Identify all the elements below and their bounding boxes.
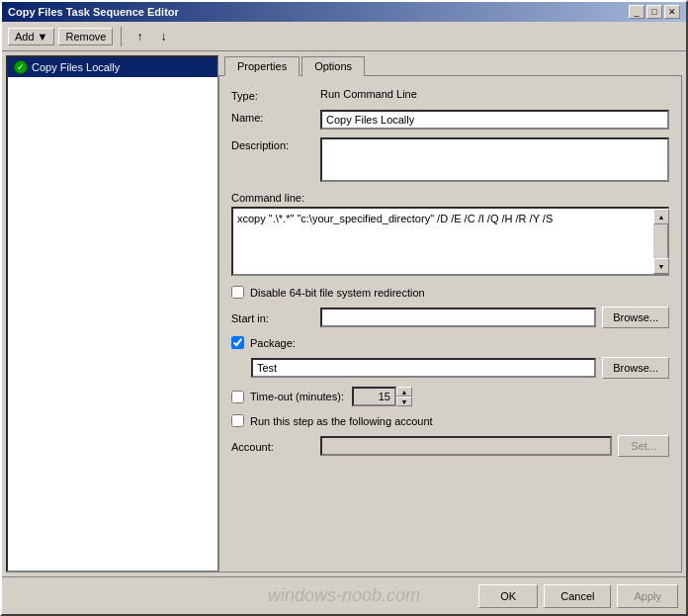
type-row: Type: Run Command Line (231, 88, 669, 102)
check-circle-icon: ✓ (14, 60, 28, 74)
package-input-row: Browse... (231, 357, 669, 379)
bottom-bar: windows-noob.com OK Cancel Apply (2, 576, 686, 614)
package-checkbox[interactable] (231, 336, 244, 349)
sidebar-item-copy-files[interactable]: ✓ Copy Files Locally (8, 57, 217, 77)
run-as-checkbox[interactable] (231, 414, 244, 427)
sidebar-item-label: Copy Files Locally (32, 61, 120, 73)
account-row: Account: Set... (231, 435, 669, 457)
tab-options[interactable]: Options (301, 56, 365, 76)
minimize-button[interactable]: _ (629, 5, 645, 19)
disable-64bit-label: Disable 64-bit file system redirection (250, 287, 425, 299)
window-title: Copy Files Task Sequence Editor (8, 6, 179, 18)
name-field-wrapper (320, 110, 669, 130)
start-in-input[interactable] (320, 308, 596, 327)
up-icon-button[interactable]: ↑ (129, 27, 149, 46)
account-label: Account: (231, 439, 320, 453)
right-panel: Properties Options Type: Run Command Lin… (218, 51, 686, 576)
timeout-checkbox[interactable] (231, 391, 244, 403)
start-in-label: Start in: (231, 310, 320, 324)
add-button[interactable]: Add ▼ (8, 28, 54, 45)
description-row: Description: (231, 137, 669, 184)
description-label: Description: (231, 137, 320, 151)
package-row: Package: Browse... (231, 336, 669, 379)
run-as-label: Run this step as the following account (250, 415, 433, 427)
toolbar: Add ▼ Remove ↑ ↓ (2, 22, 686, 51)
spin-down-btn[interactable]: ▼ (396, 396, 412, 406)
apply-button[interactable]: Apply (617, 584, 678, 608)
browse-button-2[interactable]: Browse... (602, 357, 669, 379)
command-scrollbar: ▲ ▼ (653, 207, 669, 276)
remove-button[interactable]: Remove (58, 28, 113, 45)
ok-button[interactable]: OK (478, 584, 538, 608)
dropdown-arrow-icon: ▼ (38, 31, 48, 43)
main-window: Copy Files Task Sequence Editor _ □ ✕ Ad… (0, 0, 688, 616)
disable-64bit-checkbox[interactable] (231, 286, 244, 299)
tab-properties[interactable]: Properties (224, 56, 300, 76)
title-bar-buttons: _ □ ✕ (629, 5, 680, 19)
disable-64bit-row: Disable 64-bit file system redirection (231, 286, 669, 299)
description-field-wrapper (320, 137, 669, 184)
timeout-spinner: ▲ ▼ (396, 387, 412, 406)
command-line-label: Command line: (231, 192, 669, 204)
browse-button-1[interactable]: Browse... (602, 307, 669, 328)
spin-up-btn[interactable]: ▲ (396, 387, 412, 396)
type-label: Type: (231, 88, 320, 102)
down-icon-button[interactable]: ↓ (153, 27, 173, 46)
watermark: windows-noob.com (268, 585, 420, 606)
start-in-row: Start in: Browse... (231, 307, 669, 328)
maximize-button[interactable]: □ (646, 5, 662, 19)
timeout-row: Time-out (minutes): ▲ ▼ (231, 387, 669, 406)
main-area: ✓ Copy Files Locally Properties Options (2, 51, 686, 576)
item-icon: ✓ (14, 60, 28, 74)
account-input[interactable] (320, 436, 612, 456)
type-value: Run Command Line (320, 88, 669, 100)
remove-label: Remove (65, 31, 106, 43)
sidebar: ✓ Copy Files Locally (6, 55, 218, 572)
set-button[interactable]: Set... (618, 435, 669, 457)
close-button[interactable]: ✕ (664, 5, 680, 19)
command-area: Command line: xcopy ".\*.*" "c:\your_spe… (231, 192, 669, 276)
timeout-input[interactable] (352, 387, 396, 406)
package-label: Package: (250, 337, 296, 349)
add-label: Add (15, 31, 35, 43)
command-textarea-wrapper: xcopy ".\*.*" "c:\your_specified_directo… (231, 207, 669, 276)
scroll-up-btn[interactable]: ▲ (653, 209, 669, 224)
scroll-down-btn[interactable]: ▼ (653, 258, 669, 274)
title-bar: Copy Files Task Sequence Editor _ □ ✕ (2, 2, 686, 22)
toolbar-separator (121, 27, 122, 46)
package-checkbox-row: Package: (231, 336, 669, 349)
command-textarea[interactable]: xcopy ".\*.*" "c:\your_specified_directo… (231, 207, 653, 276)
name-input[interactable] (320, 110, 669, 130)
description-textarea[interactable] (320, 137, 669, 182)
name-row: Name: (231, 110, 669, 130)
run-as-row: Run this step as the following account (231, 414, 669, 427)
timeout-label: Time-out (minutes): (250, 391, 344, 402)
package-input[interactable] (251, 358, 596, 378)
cancel-button[interactable]: Cancel (544, 584, 611, 608)
tab-content: Type: Run Command Line Name: Description… (218, 75, 682, 572)
tabs-container: Properties Options (218, 55, 682, 75)
name-label: Name: (231, 110, 320, 124)
